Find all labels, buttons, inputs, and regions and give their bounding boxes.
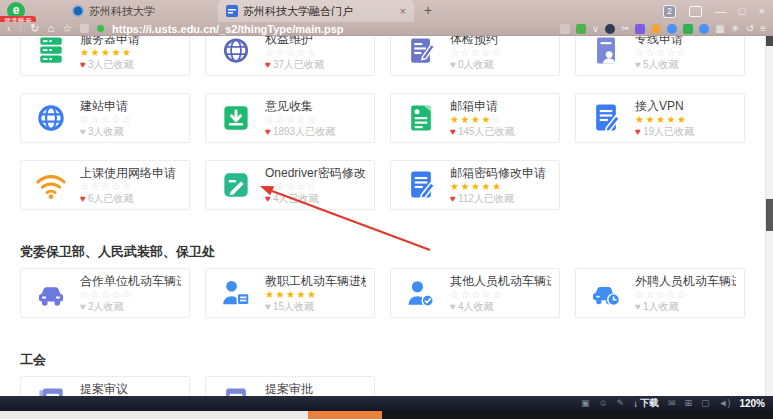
quick-edit-icon[interactable]: ✎ (617, 396, 625, 411)
service-card[interactable]: 合作单位机动车辆进...☆☆☆☆☆♥2人收藏 (20, 268, 190, 318)
heart-icon[interactable]: ♥ (450, 301, 456, 312)
maximize-button[interactable]: □ (739, 0, 746, 22)
doc-person-icon (589, 36, 623, 68)
star-empty-icon: ☆ (111, 114, 121, 125)
star-rating[interactable]: ★★★★☆ (450, 114, 515, 125)
star-rating[interactable]: ☆☆☆☆☆ (635, 289, 736, 300)
points-icon[interactable] (651, 24, 661, 34)
star-rating[interactable]: ☆☆☆☆☆ (80, 181, 176, 192)
star-empty-icon: ☆ (90, 114, 100, 125)
heart-icon[interactable]: ♥ (450, 59, 456, 70)
plant-icon[interactable] (576, 24, 586, 34)
speaker-icon[interactable]: ◄) (719, 396, 731, 411)
star-empty-icon: ☆ (635, 289, 645, 300)
taskbar-light-segment (0, 411, 308, 419)
service-card[interactable]: 专线申请☆☆☆☆☆♥5人收藏 (575, 36, 745, 76)
service-card[interactable]: 外聘人员机动车辆进...☆☆☆☆☆♥1人收藏 (575, 268, 745, 318)
minimize-button[interactable]: — (715, 0, 726, 22)
multi-window-icon[interactable]: ⊞ (684, 396, 692, 411)
heart-icon[interactable]: ♥ (635, 126, 641, 137)
car-clock-icon (589, 276, 623, 310)
star-rating[interactable]: ★★★★★ (635, 114, 694, 125)
extension-chip-icon[interactable] (560, 24, 570, 34)
new-tab-button[interactable]: + (424, 2, 432, 18)
heart-icon[interactable]: ♥ (80, 59, 86, 70)
service-card[interactable]: 提案审议★★★★★♥ (20, 376, 190, 396)
service-card[interactable]: 其他人员机动车辆进...☆☆☆☆☆♥4人收藏 (390, 268, 560, 318)
service-card[interactable]: 建站申请☆☆☆☆☆♥3人收藏 (20, 93, 190, 143)
wechat-icon[interactable] (683, 24, 693, 34)
panel-grid-icon[interactable]: ▣ (581, 396, 590, 411)
menu-icon[interactable]: ≡ (760, 23, 766, 35)
download-icon[interactable]: ↓下载 (633, 397, 659, 410)
url-text[interactable]: https://i.usts.edu.cn/_s2/thingType/main… (112, 23, 343, 35)
zoom-level[interactable]: 120% (739, 398, 765, 409)
star-empty-icon: ☆ (80, 114, 90, 125)
heart-icon[interactable]: ♥ (635, 301, 641, 312)
star-rating[interactable]: ☆☆☆☆☆ (635, 47, 687, 58)
service-card[interactable]: 上课使用网络申请☆☆☆☆☆♥6人已收藏 (20, 160, 190, 210)
star-rating[interactable]: ☆☆☆☆☆ (265, 181, 366, 192)
star-rating[interactable]: ☆☆☆☆☆ (450, 289, 551, 300)
service-card[interactable]: 提案审批☆☆☆☆☆♥ (205, 376, 375, 396)
close-button[interactable]: × (759, 0, 765, 22)
heart-icon[interactable]: ♥ (265, 126, 271, 137)
service-card[interactable]: Onedriver密码修改...☆☆☆☆☆♥4人已收藏 (205, 160, 375, 210)
tab-count-badge[interactable]: 2 (663, 5, 676, 18)
star-rating[interactable]: ★★★★★ (80, 47, 140, 58)
star-rating[interactable]: ☆☆☆☆☆ (265, 114, 335, 125)
service-card[interactable]: 接入VPN★★★★★♥19人已收藏 (575, 93, 745, 143)
heart-icon[interactable]: ♥ (265, 59, 271, 70)
service-card[interactable]: 意见收集☆☆☆☆☆♥1893人已收藏 (205, 93, 375, 143)
sync-dot-icon[interactable] (667, 24, 677, 34)
star-rating[interactable]: ★★★★★ (450, 181, 546, 192)
heart-icon[interactable]: ♥ (450, 126, 456, 137)
refresh-icon[interactable]: ↻ (30, 22, 39, 35)
star-rating[interactable]: ☆☆☆☆☆ (80, 289, 181, 300)
screenshot-scissors-icon[interactable]: ✂ (621, 23, 629, 35)
heart-icon[interactable]: ♥ (80, 301, 86, 312)
service-card[interactable]: 服务器申请★★★★★♥3人已收藏 (20, 36, 190, 76)
heart-icon[interactable]: ♥ (265, 301, 271, 312)
home-icon[interactable]: ⌂ (48, 22, 55, 35)
scrollbar-thumb[interactable] (766, 199, 773, 231)
feedback-smiley-icon[interactable]: ☺ (598, 396, 607, 411)
scroll-up-arrow[interactable] (766, 36, 773, 46)
adblock-icon[interactable] (699, 24, 709, 34)
service-card[interactable]: 教职工机动车辆进校...★★★★★♥15人收藏 (205, 268, 375, 318)
star-filled-icon: ★ (677, 114, 687, 125)
theme-sun-icon[interactable]: ☀ (731, 23, 740, 35)
service-card[interactable]: 权益维护☆☆☆☆☆♥37人已收藏 (205, 36, 375, 76)
tab-usts-home[interactable]: 苏州科技大学 (64, 0, 210, 22)
heart-icon[interactable]: ♥ (265, 193, 271, 204)
tab-usts-portal[interactable]: 苏州科技大学融合门户 × (218, 0, 414, 22)
navigation-toolbar: ‹ › ↻ ⌂ ☆ https://i.usts.edu.cn/_s2/thin… (0, 22, 773, 36)
chevron-down-icon[interactable]: ∨ (592, 23, 599, 35)
heart-icon[interactable]: ♥ (635, 59, 641, 70)
heart-icon[interactable]: ♥ (80, 126, 86, 137)
star-rating[interactable]: ★★★★★ (265, 289, 366, 300)
star-filled-icon: ★ (666, 114, 676, 125)
scrollbar[interactable] (765, 36, 773, 396)
notes-icon[interactable] (635, 24, 645, 34)
forward-icon[interactable]: › (19, 22, 23, 35)
back-icon[interactable]: ‹ (7, 22, 11, 35)
mail-icon[interactable]: ✉ (668, 396, 676, 411)
heart-icon[interactable]: ♥ (450, 193, 456, 204)
service-card[interactable]: 体检预约☆☆☆☆☆♥0人收藏 (390, 36, 560, 76)
star-empty-icon: ☆ (265, 47, 275, 58)
heart-icon[interactable]: ♥ (80, 193, 86, 204)
service-card[interactable]: 邮箱申请★★★★☆♥145人已收藏 (390, 93, 560, 143)
taskbar-active-app-segment[interactable] (308, 411, 382, 419)
apps-grid-icon[interactable]: ▦ (715, 23, 724, 35)
account-circle-icon[interactable] (605, 24, 615, 34)
tab-close-icon[interactable]: × (400, 5, 406, 17)
bookmark-star-icon[interactable]: ☆ (62, 22, 72, 35)
fullscreen-icon[interactable]: ▢ (701, 396, 710, 411)
service-card[interactable]: 邮箱密码修改申请★★★★★♥112人已收藏 (390, 160, 560, 210)
star-rating[interactable]: ☆☆☆☆☆ (80, 114, 132, 125)
collection-box-icon[interactable] (689, 6, 702, 17)
star-rating[interactable]: ☆☆☆☆☆ (265, 47, 324, 58)
history-undo-icon[interactable]: ↺ (746, 23, 754, 35)
star-rating[interactable]: ☆☆☆☆☆ (450, 47, 502, 58)
